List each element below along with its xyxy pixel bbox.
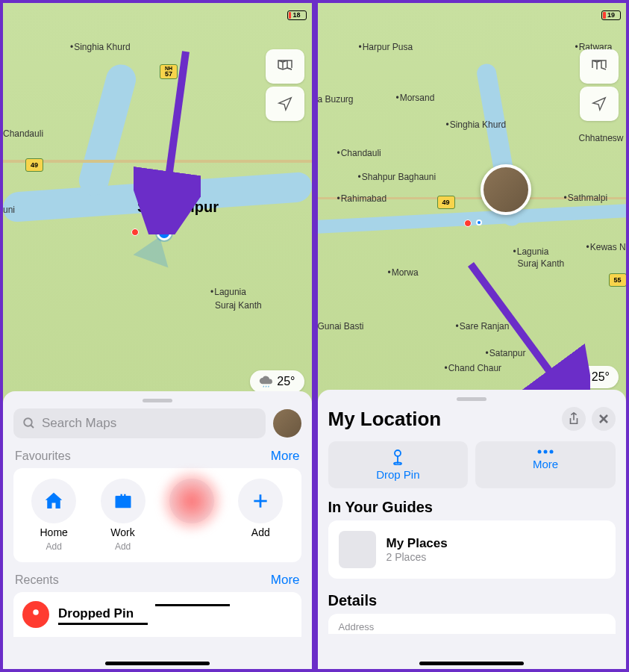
guide-item[interactable]: My Places 2 Places (328, 520, 616, 579)
svg-point-9 (33, 609, 39, 615)
redacted-blur (162, 471, 222, 531)
close-icon (598, 414, 609, 424)
home-icon (43, 490, 65, 512)
highway-badge: 49 (25, 158, 43, 172)
favourites-more-link[interactable]: More (271, 449, 300, 464)
svg-point-17 (395, 450, 401, 456)
battery-icon: 18 (287, 10, 301, 20)
map-layers-icon (590, 59, 608, 74)
pin-icon (390, 449, 405, 465)
pin-icon (22, 601, 49, 628)
recent-item[interactable]: Dropped Pin (13, 592, 301, 637)
details-section-title: Details (328, 592, 616, 609)
search-icon (22, 417, 36, 430)
ellipsis-icon (536, 449, 554, 455)
more-button[interactable]: More (475, 441, 616, 488)
svg-point-20 (538, 450, 542, 454)
map-mode-button[interactable] (266, 49, 304, 84)
recents-more-link[interactable]: More (271, 573, 300, 588)
highway-badge: NH57 (160, 64, 178, 79)
close-button[interactable] (592, 407, 616, 431)
svg-line-6 (31, 425, 34, 428)
favourite-home[interactable]: Home Add (31, 479, 76, 552)
address-row: Address (328, 614, 616, 634)
weather-badge[interactable]: 25° (250, 370, 304, 393)
weather-badge[interactable]: 25° (565, 366, 619, 388)
favourite-work[interactable]: Work Add (101, 479, 145, 552)
locate-button[interactable] (266, 87, 304, 121)
guide-thumbnail (339, 531, 376, 568)
drop-pin-button[interactable]: Drop Pin (328, 441, 469, 488)
navigation-icon (591, 96, 607, 112)
highway-badge: 49 (437, 196, 455, 209)
svg-point-5 (24, 418, 32, 426)
navigation-icon (277, 96, 293, 112)
share-button[interactable] (562, 407, 586, 431)
briefcase-icon (113, 491, 134, 511)
share-icon (568, 412, 580, 426)
map-mode-button[interactable] (580, 49, 619, 84)
recents-title: Recents (15, 573, 59, 587)
svg-point-21 (544, 450, 548, 454)
map-layers-icon (276, 59, 294, 74)
bottom-sheet[interactable]: Search Maps Favourites More Home Add Wor… (3, 391, 312, 669)
dropped-pin-marker[interactable] (464, 220, 472, 227)
phone-screenshot-1: 10:51 18 Singhia Khurd Chandauli uni Lag… (1, 1, 313, 671)
svg-point-22 (550, 450, 554, 454)
search-input[interactable]: Search Maps (13, 408, 266, 438)
dropped-pin-marker[interactable] (131, 228, 139, 236)
battery-icon: 19 (601, 10, 616, 20)
bottom-sheet[interactable]: My Location Drop Pin More In Your Guides (318, 390, 627, 669)
favourites-title: Favourites (15, 449, 71, 463)
current-location-dot[interactable] (157, 225, 172, 240)
home-indicator[interactable] (419, 662, 524, 665)
sheet-title: My Location (328, 408, 442, 431)
avatar[interactable] (273, 409, 301, 438)
favourite-add[interactable]: Add (238, 479, 283, 552)
locate-button[interactable] (580, 87, 619, 121)
guides-section-title: In Your Guides (328, 499, 616, 516)
home-indicator[interactable] (105, 662, 210, 665)
plus-icon (251, 491, 270, 511)
sheet-grabber[interactable] (457, 397, 486, 401)
favourite-redacted[interactable] (169, 479, 214, 552)
phone-screenshot-2: 10:52 19 Harpur Pusa Ratwara a Buzurg Mo… (316, 1, 628, 671)
current-location-dot[interactable] (476, 220, 482, 225)
cloud-rain-icon (574, 370, 589, 384)
sheet-grabber[interactable] (143, 399, 172, 402)
favourites-card: Home Add Work Add Add (13, 468, 301, 562)
highway-badge: 55 (609, 273, 627, 287)
user-location-avatar[interactable] (481, 164, 531, 215)
cloud-rain-icon (259, 375, 274, 388)
